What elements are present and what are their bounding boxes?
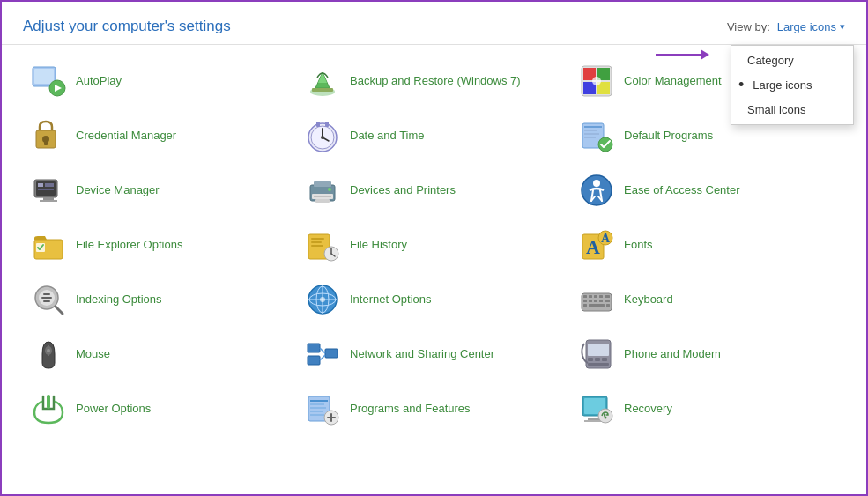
indexing-options-icon xyxy=(30,281,67,318)
backup-restore-label: Backup and Restore (Windows 7) xyxy=(350,74,521,89)
view-by-dropdown: Category Large icons Small icons xyxy=(731,45,854,125)
dropdown-item-small-icons[interactable]: Small icons xyxy=(731,99,853,121)
indexing-options-label: Indexing Options xyxy=(76,292,162,307)
internet-options-icon xyxy=(304,281,341,318)
svg-rect-91 xyxy=(588,344,609,356)
svg-rect-46 xyxy=(311,238,324,240)
item-credential-manager[interactable]: Credential Manager xyxy=(23,108,297,163)
svg-text:A: A xyxy=(586,236,600,258)
date-time-label: Date and Time xyxy=(350,129,425,144)
svg-rect-40 xyxy=(315,199,330,203)
recovery-label: Recovery xyxy=(624,402,672,417)
item-file-history[interactable]: File History xyxy=(297,218,571,272)
svg-rect-61 xyxy=(43,300,50,302)
default-programs-label: Default Programs xyxy=(624,129,713,144)
phone-modem-label: Phone and Modem xyxy=(624,347,721,362)
dropdown-item-category[interactable]: Category xyxy=(731,49,853,71)
item-power-options[interactable]: Power Options xyxy=(23,381,297,436)
item-keyboard[interactable]: Keyboard xyxy=(571,272,845,327)
svg-rect-71 xyxy=(594,295,597,298)
svg-rect-81 xyxy=(606,304,610,307)
svg-rect-59 xyxy=(43,293,50,295)
dropdown-item-large-icons[interactable]: Large icons xyxy=(731,71,853,99)
item-ease-of-access[interactable]: Ease of Access Center xyxy=(571,163,845,218)
item-autoplay[interactable]: AutoPlay xyxy=(23,54,297,108)
item-devices-printers[interactable]: Devices and Printers xyxy=(297,163,571,218)
svg-point-39 xyxy=(328,188,331,191)
item-internet-options[interactable]: Internet Options xyxy=(297,272,571,327)
device-manager-label: Device Manager xyxy=(76,183,160,198)
svg-text:A: A xyxy=(601,232,611,245)
item-network-sharing[interactable]: Network and Sharing Center xyxy=(297,327,571,381)
svg-line-88 xyxy=(320,348,325,353)
svg-point-67 xyxy=(320,297,325,302)
credential-manager-label: Credential Manager xyxy=(76,129,176,144)
svg-rect-87 xyxy=(325,349,338,358)
backup-restore-icon xyxy=(304,63,341,100)
svg-rect-14 xyxy=(44,141,48,145)
item-file-explorer[interactable]: File Explorer Options xyxy=(23,218,297,272)
view-by-label: View by: xyxy=(727,20,770,33)
item-indexing-options[interactable]: Indexing Options xyxy=(23,272,297,327)
svg-rect-23 xyxy=(584,126,602,128)
svg-rect-24 xyxy=(584,130,597,131)
svg-rect-20 xyxy=(316,122,320,127)
svg-rect-80 xyxy=(583,304,587,307)
devices-printers-label: Devices and Printers xyxy=(350,183,456,198)
svg-rect-92 xyxy=(588,358,593,361)
file-explorer-icon xyxy=(30,226,67,263)
view-by-container: View by: Large icons Category Large icon… xyxy=(727,20,845,33)
item-device-manager[interactable]: Device Manager xyxy=(23,163,297,218)
ease-of-access-label: Ease of Access Center xyxy=(624,183,740,198)
page-title: Adjust your computer's settings xyxy=(23,18,231,35)
power-options-label: Power Options xyxy=(76,402,151,417)
item-fonts[interactable]: A A Fonts xyxy=(571,218,845,272)
svg-rect-78 xyxy=(605,300,610,302)
keyboard-label: Keyboard xyxy=(624,292,673,307)
svg-rect-32 xyxy=(38,189,54,190)
file-history-icon xyxy=(304,226,341,263)
svg-rect-75 xyxy=(589,300,592,302)
svg-rect-95 xyxy=(588,363,609,366)
svg-rect-70 xyxy=(589,295,592,298)
svg-rect-48 xyxy=(311,245,323,247)
svg-rect-86 xyxy=(308,356,320,365)
svg-rect-21 xyxy=(325,122,329,127)
svg-rect-60 xyxy=(41,297,52,299)
svg-rect-76 xyxy=(594,300,597,302)
network-sharing-label: Network and Sharing Center xyxy=(350,347,494,362)
autoplay-label: AutoPlay xyxy=(76,74,122,89)
ease-of-access-icon xyxy=(578,172,615,209)
svg-point-110 xyxy=(598,409,612,423)
file-explorer-label: File Explorer Options xyxy=(76,238,182,253)
svg-rect-5 xyxy=(312,88,333,92)
phone-modem-icon xyxy=(578,336,615,373)
date-time-icon xyxy=(304,117,341,154)
svg-rect-38 xyxy=(314,196,331,197)
item-mouse[interactable]: Mouse xyxy=(23,327,297,381)
network-sharing-icon xyxy=(304,336,341,373)
mouse-label: Mouse xyxy=(76,347,110,362)
file-history-label: File History xyxy=(350,238,407,253)
item-phone-modem[interactable]: Phone and Modem xyxy=(571,327,845,381)
svg-line-89 xyxy=(320,355,325,360)
svg-rect-85 xyxy=(308,344,320,352)
keyboard-icon xyxy=(578,281,615,318)
svg-rect-69 xyxy=(583,295,587,298)
item-recovery[interactable]: Recovery xyxy=(571,381,845,436)
view-by-button[interactable]: Large icons xyxy=(777,20,845,33)
color-management-label: Color Management xyxy=(624,74,722,89)
svg-rect-30 xyxy=(38,183,43,187)
svg-rect-25 xyxy=(584,133,599,135)
svg-line-58 xyxy=(56,307,63,314)
svg-rect-74 xyxy=(583,300,587,302)
svg-rect-101 xyxy=(310,411,323,412)
svg-rect-94 xyxy=(602,358,607,361)
programs-features-icon xyxy=(304,390,341,427)
item-backup-restore[interactable]: Backup and Restore (Windows 7) xyxy=(297,54,571,108)
svg-rect-33 xyxy=(43,197,54,200)
item-programs-features[interactable]: Programs and Features xyxy=(297,381,571,436)
mouse-icon xyxy=(30,336,67,373)
item-date-time[interactable]: Date and Time xyxy=(297,108,571,163)
svg-rect-47 xyxy=(311,241,322,243)
